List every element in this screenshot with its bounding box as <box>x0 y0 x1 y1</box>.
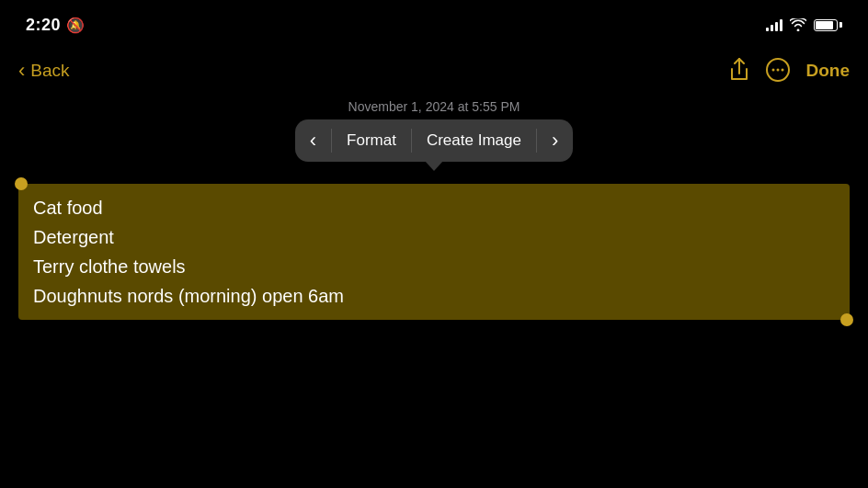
svg-point-2 <box>776 68 779 71</box>
context-menu: ‹ Format Create Image › <box>295 119 574 162</box>
selection-handle-bottom <box>840 313 853 326</box>
menu-prev-button[interactable]: ‹ <box>295 118 331 164</box>
status-time: 2:20 <box>26 16 61 35</box>
bell-icon: 🔕 <box>66 17 85 34</box>
menu-item-format[interactable]: Format <box>332 120 411 161</box>
nav-right-icons: Done <box>729 58 851 85</box>
note-line-3: Terry clothe towels <box>33 252 840 281</box>
svg-point-3 <box>781 68 783 71</box>
menu-item-create-image[interactable]: Create Image <box>412 120 536 161</box>
back-label: Back <box>30 61 69 81</box>
back-chevron-icon: ‹ <box>18 59 25 83</box>
done-button[interactable]: Done <box>806 61 851 81</box>
selection-handle-top <box>15 177 28 190</box>
wifi-icon <box>790 18 806 31</box>
screen: 2:20 🔕 <box>0 0 868 488</box>
battery-icon <box>814 19 842 31</box>
nav-bar: ‹ Back Done <box>0 46 868 99</box>
status-icons <box>766 18 842 31</box>
note-line-1: Cat food <box>33 193 840 222</box>
selected-content: Cat food Detergent Terry clothe towels D… <box>18 184 850 320</box>
more-icon <box>766 58 790 82</box>
back-button[interactable]: ‹ Back <box>18 59 70 83</box>
note-line-2: Detergent <box>33 222 840 252</box>
share-button[interactable] <box>729 58 749 85</box>
timestamp: November 1, 2024 at 5:55 PM <box>0 99 868 114</box>
svg-point-1 <box>771 68 774 71</box>
note-line-4: Doughnuts nords (morning) open 6am <box>33 281 840 311</box>
content-area: Cat food Detergent Terry clothe towels D… <box>0 162 868 338</box>
signal-icon <box>766 18 782 31</box>
context-menu-wrapper: ‹ Format Create Image › <box>0 119 868 162</box>
menu-next-button[interactable]: › <box>537 118 573 164</box>
status-bar: 2:20 🔕 <box>0 0 868 46</box>
share-icon <box>729 58 749 82</box>
more-button[interactable] <box>766 58 790 85</box>
